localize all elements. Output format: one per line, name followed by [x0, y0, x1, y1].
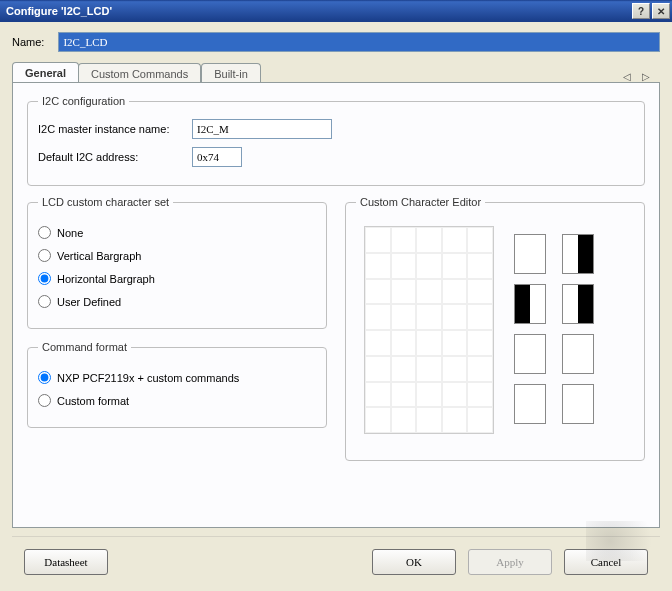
pixel-cell[interactable] — [416, 407, 442, 433]
bargraph-fill — [578, 235, 593, 273]
pixel-cell[interactable] — [391, 356, 417, 382]
pixel-cell[interactable] — [467, 279, 493, 305]
i2c-addr-input[interactable] — [192, 147, 242, 167]
pixel-cell[interactable] — [365, 407, 391, 433]
pixel-cell[interactable] — [416, 382, 442, 408]
group-i2c-legend: I2C configuration — [38, 95, 129, 107]
apply-button[interactable]: Apply — [468, 549, 552, 575]
radio-charset-horizontal-label: Horizontal Bargraph — [57, 273, 155, 285]
pixel-cell[interactable] — [365, 382, 391, 408]
group-command-format-legend: Command format — [38, 341, 131, 353]
radio-cmdfmt-custom[interactable] — [38, 394, 51, 407]
bargraph-fill — [515, 285, 530, 323]
watermark — [586, 521, 666, 561]
datasheet-button[interactable]: Datasheet — [24, 549, 108, 575]
i2c-master-input[interactable] — [192, 119, 332, 139]
i2c-addr-label: Default I2C address: — [38, 151, 184, 163]
pixel-cell[interactable] — [416, 304, 442, 330]
pixel-cell[interactable] — [467, 407, 493, 433]
pixel-cell[interactable] — [442, 279, 468, 305]
pixel-cell[interactable] — [467, 227, 493, 253]
footer: Datasheet OK Apply Cancel — [12, 536, 660, 581]
pixel-cell[interactable] — [365, 227, 391, 253]
name-label: Name: — [12, 36, 44, 48]
radio-charset-vertical-label: Vertical Bargraph — [57, 250, 141, 262]
bargraph-preset-5[interactable] — [562, 334, 594, 374]
group-command-format: Command format NXP PCF2119x + custom com… — [27, 341, 327, 428]
pixel-cell[interactable] — [442, 227, 468, 253]
name-input[interactable] — [58, 32, 660, 52]
pixel-cell[interactable] — [467, 356, 493, 382]
pixel-cell[interactable] — [416, 253, 442, 279]
pixel-cell[interactable] — [365, 304, 391, 330]
pixel-cell[interactable] — [391, 279, 417, 305]
pixel-cell[interactable] — [416, 330, 442, 356]
radio-cmdfmt-nxp[interactable] — [38, 371, 51, 384]
close-button[interactable]: ✕ — [652, 3, 670, 19]
pixel-cell[interactable] — [442, 382, 468, 408]
pixel-cell[interactable] — [442, 253, 468, 279]
help-button[interactable]: ? — [632, 3, 650, 19]
client-area: Name: General Custom Commands Built-in ◁… — [0, 22, 672, 591]
pixel-cell[interactable] — [391, 382, 417, 408]
i2c-master-label: I2C master instance name: — [38, 123, 184, 135]
bargraph-preset-6[interactable] — [514, 384, 546, 424]
radio-charset-horizontal[interactable] — [38, 272, 51, 285]
pixel-cell[interactable] — [467, 382, 493, 408]
radio-cmdfmt-custom-label: Custom format — [57, 395, 129, 407]
bargraph-presets — [514, 226, 594, 424]
pixel-cell[interactable] — [365, 330, 391, 356]
pixel-cell[interactable] — [391, 330, 417, 356]
ok-button[interactable]: OK — [372, 549, 456, 575]
pixel-cell[interactable] — [391, 253, 417, 279]
bargraph-preset-0[interactable] — [514, 234, 546, 274]
group-charset: LCD custom character set None Vertical B… — [27, 196, 327, 329]
radio-cmdfmt-nxp-label: NXP PCF2119x + custom commands — [57, 372, 239, 384]
radio-charset-user[interactable] — [38, 295, 51, 308]
pixel-cell[interactable] — [365, 253, 391, 279]
tab-built-in[interactable]: Built-in — [201, 63, 261, 83]
bargraph-fill — [578, 285, 593, 323]
pixel-cell[interactable] — [365, 356, 391, 382]
pixel-cell[interactable] — [416, 279, 442, 305]
pixel-cell[interactable] — [442, 407, 468, 433]
pixel-cell[interactable] — [365, 279, 391, 305]
pixel-cell[interactable] — [442, 304, 468, 330]
bargraph-preset-2[interactable] — [514, 284, 546, 324]
group-charset-legend: LCD custom character set — [38, 196, 173, 208]
pixel-cell[interactable] — [442, 330, 468, 356]
pixel-cell[interactable] — [467, 253, 493, 279]
pixel-cell[interactable] — [391, 227, 417, 253]
radio-charset-vertical[interactable] — [38, 249, 51, 262]
pixel-cell[interactable] — [467, 304, 493, 330]
pixel-cell[interactable] — [391, 407, 417, 433]
tab-panel-general: I2C configuration I2C master instance na… — [12, 82, 660, 528]
bargraph-preset-4[interactable] — [514, 334, 546, 374]
bargraph-preset-3[interactable] — [562, 284, 594, 324]
tab-general[interactable]: General — [12, 62, 79, 82]
group-char-editor: Custom Character Editor — [345, 196, 645, 461]
group-i2c-config: I2C configuration I2C master instance na… — [27, 95, 645, 186]
radio-charset-none[interactable] — [38, 226, 51, 239]
window-title: Configure 'I2C_LCD' — [6, 5, 630, 17]
title-bar: Configure 'I2C_LCD' ? ✕ — [0, 0, 672, 22]
bargraph-preset-1[interactable] — [562, 234, 594, 274]
group-char-editor-legend: Custom Character Editor — [356, 196, 485, 208]
pixel-grid[interactable] — [364, 226, 494, 434]
pixel-cell[interactable] — [416, 356, 442, 382]
tab-pager[interactable]: ◁ ▷ — [623, 69, 660, 82]
bargraph-preset-7[interactable] — [562, 384, 594, 424]
name-row: Name: — [12, 32, 660, 52]
pixel-cell[interactable] — [442, 356, 468, 382]
pixel-cell[interactable] — [416, 227, 442, 253]
pixel-cell[interactable] — [391, 304, 417, 330]
radio-charset-user-label: User Defined — [57, 296, 121, 308]
pixel-cell[interactable] — [467, 330, 493, 356]
radio-charset-none-label: None — [57, 227, 83, 239]
tab-strip: General Custom Commands Built-in ◁ ▷ — [12, 62, 660, 82]
tab-custom-commands[interactable]: Custom Commands — [78, 63, 201, 83]
